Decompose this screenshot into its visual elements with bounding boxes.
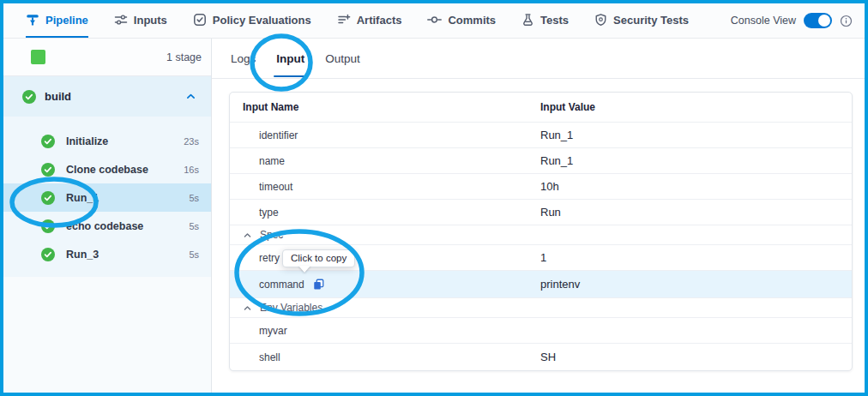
top-nav-tab-pipeline[interactable]: Pipeline	[26, 3, 88, 38]
input-name-cell: shell	[230, 351, 540, 363]
top-nav-tab-label: Security Tests	[613, 14, 689, 27]
step-label: echo codebase	[66, 220, 143, 232]
step-label: Run_1	[66, 192, 99, 204]
input-row-name: nameRun_1	[230, 147, 852, 173]
input-name-label: retry	[259, 252, 280, 264]
detail-tab-input[interactable]: Input	[274, 39, 306, 78]
policy-evaluations-icon	[193, 13, 207, 27]
content-area: 1 stage build Initialize23sClone codebas…	[3, 39, 865, 393]
step-duration: 5s	[189, 249, 199, 260]
top-nav-tab-policy-evaluations[interactable]: Policy Evaluations	[193, 3, 311, 38]
input-name-label: timeout	[259, 181, 292, 193]
input-name-cell: Spec	[230, 229, 540, 241]
inputs-icon	[114, 13, 128, 27]
top-nav-tab-label: Inputs	[134, 14, 167, 27]
step-item-initialize[interactable]: Initialize23s	[3, 127, 211, 155]
input-table: Input Name Input Value identifierRun_1na…	[229, 92, 853, 371]
success-check-icon	[41, 135, 55, 148]
stage-count-label: 1 stage	[166, 51, 202, 63]
success-check-icon	[22, 90, 36, 104]
step-label: Run_3	[66, 249, 99, 261]
top-nav-tab-commits[interactable]: Commits	[427, 3, 496, 38]
chevron-up-icon[interactable]	[185, 91, 196, 102]
step-item-run-3[interactable]: Run_35s	[3, 240, 211, 268]
console-view-label: Console View	[731, 15, 796, 27]
input-value-cell: 10h	[540, 180, 559, 193]
input-value-cell: Run	[540, 206, 561, 219]
step-list: Initialize23sClone codebase16sRun_15sech…	[3, 117, 211, 277]
pipeline-execution-page: { "colors": { "accent_blue": "#0278d5", …	[0, 0, 868, 396]
step-details-panel: LogsInputOutput Input Name Input Value i…	[212, 39, 865, 393]
top-nav-tab-artifacts[interactable]: Artifacts	[337, 3, 402, 38]
input-value-cell: Run_1	[540, 154, 573, 167]
copy-icon[interactable]	[312, 278, 325, 291]
input-name-cell: myvar	[230, 325, 540, 337]
input-row-shell: shellSH	[230, 343, 852, 370]
top-nav-tab-inputs[interactable]: Inputs	[114, 3, 167, 38]
stage-group-label: build	[45, 90, 71, 103]
header-right: Console View	[731, 3, 853, 38]
top-nav-tabs: PipelineInputsPolicy EvaluationsArtifact…	[26, 3, 714, 38]
top-nav-tab-label: Pipeline	[45, 14, 88, 27]
stage-summary-bar: 1 stage	[3, 39, 211, 76]
input-name-cell: command	[230, 278, 540, 291]
column-header-input-value: Input Value	[540, 101, 595, 113]
security-tests-icon	[594, 13, 607, 27]
top-nav-tab-security-tests[interactable]: Security Tests	[594, 3, 689, 38]
tests-icon	[521, 13, 534, 27]
step-item-clone-codebase[interactable]: Clone codebase16s	[3, 155, 211, 183]
detail-tab-logs[interactable]: Logs	[229, 39, 257, 78]
input-table-header: Input Name Input Value	[230, 93, 852, 122]
stage-status-square	[31, 50, 45, 64]
top-navigation-bar: PipelineInputsPolicy EvaluationsArtifact…	[3, 3, 865, 39]
step-item-echo-codebase[interactable]: echo codebase5s	[3, 212, 211, 240]
stage-sidebar: 1 stage build Initialize23sClone codebas…	[3, 39, 212, 393]
section-row-spec[interactable]: Spec	[230, 225, 852, 244]
top-nav-tab-label: Policy Evaluations	[213, 14, 311, 27]
input-name-label: name	[259, 155, 285, 167]
success-check-icon	[41, 248, 55, 261]
step-duration: 16s	[184, 165, 199, 175]
input-name-label: command	[259, 279, 304, 291]
console-view-toggle[interactable]	[804, 13, 832, 28]
section-row-env-variables[interactable]: Env Variables	[230, 297, 852, 317]
top-nav-tab-tests[interactable]: Tests	[521, 3, 569, 38]
copy-tooltip-label: Click to copy	[291, 253, 347, 263]
section-label: Env Variables	[260, 302, 322, 314]
input-name-cell: type	[230, 207, 540, 219]
input-row-identifier: identifierRun_1	[230, 122, 852, 147]
section-label: Spec	[260, 229, 283, 241]
detail-tab-output[interactable]: Output	[323, 39, 362, 78]
app-window: PipelineInputsPolicy EvaluationsArtifact…	[3, 3, 865, 393]
pipeline-icon	[26, 13, 39, 27]
step-duration: 23s	[184, 136, 199, 147]
step-label: Clone codebase	[66, 164, 148, 176]
input-row-command: commandprintenv	[230, 270, 852, 297]
success-check-icon	[41, 219, 55, 233]
input-name-cell: identifier	[230, 129, 540, 141]
step-item-run-1[interactable]: Run_15s	[3, 183, 211, 212]
success-check-icon	[41, 191, 55, 205]
input-table-rows: identifierRun_1nameRun_1timeout10htypeRu…	[230, 122, 852, 370]
input-value-cell: SH	[540, 351, 556, 363]
input-name-label: myvar	[259, 325, 287, 337]
input-name-cell: Env Variables	[230, 302, 540, 314]
commits-icon	[427, 13, 442, 27]
column-header-input-name: Input Name	[230, 101, 540, 113]
copy-tooltip: Click to copy	[282, 249, 355, 267]
input-name-label: identifier	[259, 129, 298, 141]
success-check-icon	[41, 163, 55, 177]
input-name-label: shell	[259, 351, 280, 363]
info-icon[interactable]	[840, 15, 853, 27]
top-nav-tab-label: Commits	[448, 14, 496, 27]
detail-tabs: LogsInputOutput	[212, 39, 865, 79]
input-row-timeout: timeout10h	[230, 173, 852, 199]
step-label: Initialize	[66, 135, 108, 147]
input-value-cell: Run_1	[540, 129, 573, 141]
input-name-cell: retry	[230, 252, 540, 264]
input-row-myvar: myvar	[230, 317, 852, 343]
input-row-type: typeRun	[230, 199, 852, 225]
input-name-cell: timeout	[230, 181, 540, 193]
step-duration: 5s	[189, 193, 199, 203]
stage-group-build[interactable]: build	[3, 76, 211, 117]
